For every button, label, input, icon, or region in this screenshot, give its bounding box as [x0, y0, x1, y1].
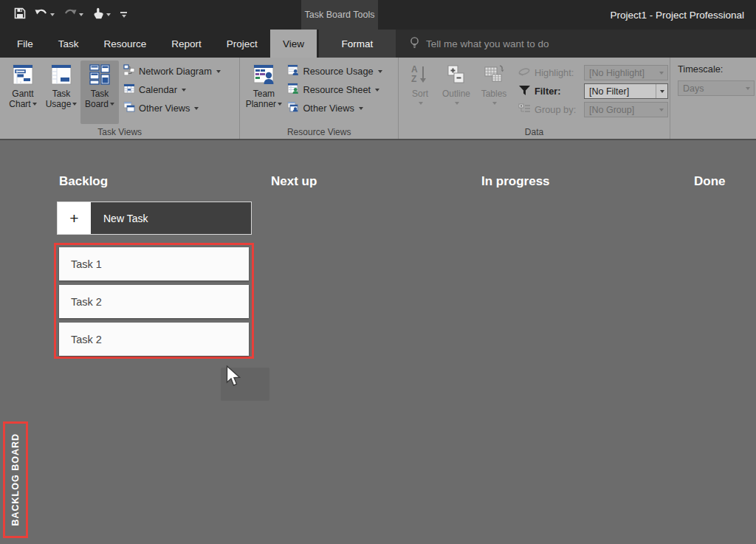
resource-usage-label: Resource Usage [303, 66, 373, 77]
tab-file[interactable]: File [4, 30, 46, 58]
touch-mode-icon [92, 7, 104, 23]
outline-icon [444, 63, 468, 89]
gantt-chart-dropdown-caret-icon[interactable] [32, 103, 37, 106]
team-planner-button[interactable]: Team Planner [244, 61, 283, 124]
outline-label: Outline [442, 89, 470, 99]
resource-sheet-button[interactable]: Resource Sheet [287, 83, 382, 97]
task-board-dropdown-caret-icon[interactable] [110, 103, 114, 106]
timescale-value: Days [683, 83, 742, 94]
highlight-row: Highlight: [No Highlight] [518, 65, 668, 80]
resource-views-group-label: Resource Views [240, 127, 398, 137]
redo-button[interactable] [61, 7, 86, 24]
tab-project[interactable]: Project [214, 30, 270, 58]
sort-label: Sort [412, 89, 428, 99]
new-task-button[interactable]: New Task [57, 202, 252, 235]
ribbon: Gantt Chart Task Usage Task Board Networ… [0, 58, 756, 140]
calendar-dropdown-caret-icon[interactable] [182, 89, 186, 92]
filter-combo-caret-icon[interactable] [656, 84, 667, 98]
task-usage-button[interactable]: Task Usage [42, 61, 80, 124]
other-views-dropdown-caret-icon[interactable] [194, 107, 199, 110]
task-card[interactable]: Task 2 [59, 285, 249, 318]
tab-task[interactable]: Task [46, 30, 92, 58]
sort-icon: AZ [408, 63, 432, 89]
contextual-tools-header: Task Board Tools [301, 0, 378, 30]
other-views-button[interactable]: Other Views [123, 101, 221, 115]
highlight-combo-caret-icon[interactable] [656, 66, 667, 80]
gantt-chart-button[interactable]: Gantt Chart [4, 61, 42, 124]
touch-mode-dropdown-caret-icon[interactable] [106, 13, 111, 16]
tell-me-placeholder: Tell me what you want to do [426, 38, 549, 49]
filter-icon [518, 85, 531, 98]
task-views-small-buttons: Network Diagram Calendar Other Views [123, 61, 221, 124]
sort-dropdown-caret-icon[interactable] [419, 102, 423, 105]
network-diagram-label: Network Diagram [139, 66, 212, 77]
resource-usage-button[interactable]: Resource Usage [287, 64, 382, 78]
task-card[interactable]: Task 1 [59, 247, 249, 280]
resource-other-views-button[interactable]: Other Views [287, 101, 382, 115]
tell-me-search[interactable]: Tell me what you want to do [396, 30, 756, 58]
project-professional-window: Task Board Tools Project1 - Project Prof… [0, 0, 756, 544]
tab-report[interactable]: Report [159, 30, 214, 58]
group-by-value: [No Group] [589, 105, 656, 115]
timescale-label: Timescale: [678, 63, 755, 75]
plus-icon [69, 210, 78, 227]
view-bar-backlog-board[interactable]: BACKLOG BOARD [3, 421, 28, 538]
undo-dropdown-caret-icon[interactable] [50, 13, 55, 16]
task-board-button[interactable]: Task Board [80, 61, 119, 124]
customize-qat-caret-icon [122, 15, 126, 18]
calendar-button[interactable]: Calendar [123, 83, 221, 97]
group-by-combo-caret-icon[interactable] [656, 103, 667, 117]
data-group-label: Data [399, 127, 670, 137]
save-button[interactable] [12, 6, 28, 24]
sort-button[interactable]: AZ Sort [403, 61, 437, 124]
other-views-icon [123, 101, 135, 115]
tables-icon [482, 63, 506, 89]
outline-button[interactable]: Outline [437, 61, 475, 124]
task-usage-label-line1: Task [52, 89, 71, 100]
tab-view[interactable]: View [270, 30, 317, 58]
other-views-label: Other Views [139, 103, 190, 114]
view-bar-label: BACKLOG BOARD [10, 433, 21, 526]
svg-text:Z: Z [411, 74, 416, 84]
ribbon-group-data: AZ Sort Outline Tables Highlight: [N [399, 58, 670, 139]
timescale-combo-caret-icon[interactable] [742, 81, 754, 95]
touch-mouse-mode-button[interactable] [90, 6, 113, 24]
network-diagram-icon [123, 64, 135, 78]
group-by-combobox[interactable]: [No Group] [584, 102, 668, 117]
team-planner-dropdown-caret-icon[interactable] [278, 103, 282, 106]
customize-qat-icon [120, 12, 127, 13]
ribbon-group-task-views: Gantt Chart Task Usage Task Board Networ… [0, 58, 240, 139]
highlight-combobox[interactable]: [No Highlight] [584, 65, 668, 80]
outline-dropdown-caret-icon[interactable] [455, 102, 459, 105]
undo-button[interactable] [32, 7, 57, 24]
team-planner-label-line1: Team [253, 89, 275, 100]
resource-other-views-dropdown-caret-icon[interactable] [359, 107, 363, 110]
plus-box[interactable] [58, 202, 91, 234]
redo-dropdown-caret-icon[interactable] [79, 13, 83, 16]
save-icon [14, 7, 26, 22]
ribbon-tab-row: File Task Resource Report Project View F… [0, 30, 756, 58]
tables-dropdown-caret-icon[interactable] [492, 102, 497, 105]
quick-access-toolbar [12, 0, 130, 30]
tab-format[interactable]: Format [319, 30, 396, 58]
resource-usage-dropdown-caret-icon[interactable] [378, 70, 382, 73]
tab-resource[interactable]: Resource [92, 30, 159, 58]
resource-usage-icon [287, 64, 299, 78]
network-diagram-dropdown-caret-icon[interactable] [216, 70, 221, 73]
highlight-label: Highlight: [535, 67, 580, 78]
group-by-label: Group by: [535, 104, 580, 115]
tables-button[interactable]: Tables [475, 61, 512, 124]
task-usage-dropdown-caret-icon[interactable] [72, 103, 77, 106]
resource-sheet-dropdown-caret-icon[interactable] [375, 89, 379, 92]
resource-sheet-icon [287, 83, 299, 97]
filter-combobox[interactable]: [No Filter] [584, 83, 668, 99]
timescale-combobox[interactable]: Days [678, 80, 755, 96]
column-header-in-progress: In progress [481, 174, 550, 189]
filter-label: Filter: [535, 86, 580, 97]
task-card[interactable]: Task 2 [59, 323, 249, 356]
network-diagram-button[interactable]: Network Diagram [123, 64, 221, 78]
data-group-rows: Highlight: [No Highlight] Filter: [No Fi… [518, 61, 668, 124]
customize-quick-access-toolbar-button[interactable] [117, 12, 130, 18]
redo-icon [63, 8, 77, 22]
task-usage-icon [49, 63, 73, 89]
